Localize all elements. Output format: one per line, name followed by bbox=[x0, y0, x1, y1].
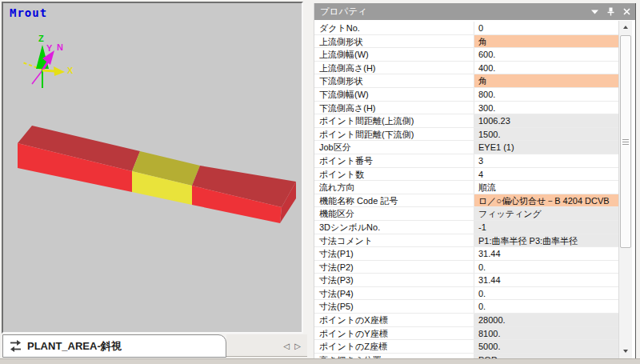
property-label: 寸法(P4) bbox=[314, 287, 474, 300]
property-row[interactable]: 機能区分 フィッティング bbox=[314, 207, 618, 221]
property-label: 上流側高さ(H) bbox=[314, 62, 474, 74]
property-label: ポイント数 bbox=[314, 168, 474, 181]
svg-text:N: N bbox=[57, 42, 63, 52]
scroll-down-button[interactable] bbox=[619, 345, 632, 358]
property-label: 寸法(P2) bbox=[314, 261, 474, 274]
property-row[interactable]: 上流側高さ(H) 400. bbox=[314, 62, 618, 75]
tab-label: PLANT_AREA-斜視 bbox=[27, 339, 122, 354]
property-label: ポイントのX座標 bbox=[314, 314, 474, 326]
duct-model[interactable] bbox=[18, 126, 296, 223]
property-value[interactable]: 300. bbox=[474, 102, 618, 114]
application-window: Z Y N X Mrout bbox=[0, 0, 640, 364]
property-value[interactable]: ロ／○偏心切合せ－B 4204 DCVB bbox=[474, 194, 618, 207]
property-value[interactable]: 31.44 bbox=[474, 247, 618, 260]
tab-scroll-right-button[interactable]: ▷ bbox=[294, 342, 301, 350]
svg-text:Z: Z bbox=[38, 34, 44, 43]
property-grid: ダクトNo. 0 上流側形状 角 上流側幅(W) 600. 上流側高さ(H) 4… bbox=[314, 21, 618, 358]
property-row[interactable]: 上流側幅(W) 600. bbox=[314, 48, 618, 62]
properties-panel: プロパティ ダクトNo. 0 上流側形状 角 bbox=[314, 3, 636, 358]
property-row[interactable]: 高さ押さえ位置 POD bbox=[314, 354, 618, 358]
pin-icon[interactable] bbox=[606, 7, 615, 16]
property-value[interactable]: POD bbox=[474, 354, 618, 358]
property-value[interactable]: 8100. bbox=[474, 327, 618, 340]
property-label: 上流側形状 bbox=[314, 35, 474, 48]
property-row[interactable]: 寸法(P4) 0. bbox=[314, 287, 618, 301]
property-value[interactable]: 0. bbox=[474, 287, 618, 300]
property-value[interactable]: 28000. bbox=[474, 314, 618, 326]
property-row[interactable]: Job区分 EYE1 (1) bbox=[314, 141, 618, 154]
property-value[interactable]: 1500. bbox=[474, 128, 618, 141]
property-value[interactable]: -1 bbox=[474, 221, 618, 234]
property-label: 寸法(P3) bbox=[314, 274, 474, 286]
property-row[interactable]: ポイント間距離(下流側) 1500. bbox=[314, 128, 618, 142]
property-label: ポイントのY座標 bbox=[314, 327, 474, 340]
scrollbar-thumb[interactable] bbox=[620, 35, 631, 248]
tab-plant-area[interactable]: PLANT_AREA-斜視 bbox=[2, 334, 226, 358]
property-value[interactable]: フィッティング bbox=[474, 207, 618, 220]
property-label: 機能名称 Code 記号 bbox=[314, 194, 474, 207]
property-row[interactable]: 機能名称 Code 記号 ロ／○偏心切合せ－B 4204 DCVB bbox=[314, 194, 618, 208]
tab-scroll-left-button[interactable]: ◁ bbox=[283, 342, 290, 350]
property-row[interactable]: 下流側高さ(H) 300. bbox=[314, 102, 618, 115]
property-label: 寸法(P1) bbox=[314, 247, 474, 260]
property-row[interactable]: 下流側形状 角 bbox=[314, 74, 618, 88]
property-value[interactable]: 0. bbox=[474, 300, 618, 313]
property-row[interactable]: ダクトNo. 0 bbox=[314, 22, 618, 35]
property-value[interactable]: 800. bbox=[474, 88, 618, 101]
viewport-route-label: Mrout bbox=[10, 6, 47, 19]
property-value[interactable]: 0. bbox=[474, 261, 618, 274]
property-value[interactable]: 600. bbox=[474, 48, 618, 61]
dropdown-arrow-icon[interactable] bbox=[591, 10, 598, 14]
swap-arrows-icon bbox=[9, 340, 22, 352]
property-row[interactable]: 寸法(P5) 0. bbox=[314, 300, 618, 314]
property-value[interactable]: 4 bbox=[474, 168, 618, 181]
property-row[interactable]: 寸法(P3) 31.44 bbox=[314, 274, 618, 287]
close-icon[interactable] bbox=[623, 8, 630, 15]
property-row[interactable]: ポイント数 4 bbox=[314, 168, 618, 182]
property-value[interactable]: 1006.23 bbox=[474, 114, 618, 127]
property-row[interactable]: 下流側幅(W) 800. bbox=[314, 88, 618, 102]
property-value[interactable]: 順流 bbox=[474, 181, 618, 194]
property-value[interactable]: 31.44 bbox=[474, 274, 618, 286]
property-value[interactable]: 角 bbox=[474, 35, 618, 48]
scroll-up-button[interactable] bbox=[619, 21, 632, 34]
property-value[interactable]: EYE1 (1) bbox=[474, 141, 618, 154]
property-label: 下流側高さ(H) bbox=[314, 102, 474, 114]
property-label: Job区分 bbox=[314, 141, 474, 154]
property-row[interactable]: 3DシンボルNo. -1 bbox=[314, 221, 618, 234]
property-row[interactable]: 上流側形状 角 bbox=[314, 35, 618, 49]
property-label: 寸法コメント bbox=[314, 234, 474, 247]
property-row[interactable]: ポイント番号 3 bbox=[314, 154, 618, 168]
property-row[interactable]: 流れ方向 順流 bbox=[314, 181, 618, 194]
property-row[interactable]: 寸法コメント P1:曲率半径 P3:曲率半径 bbox=[314, 234, 618, 248]
property-label: ポイント間距離(上流側) bbox=[314, 114, 474, 127]
property-value[interactable]: 0 bbox=[474, 22, 618, 34]
property-value[interactable]: P1:曲率半径 P3:曲率半径 bbox=[474, 234, 618, 247]
properties-header: プロパティ bbox=[314, 3, 635, 20]
panel-right-padding bbox=[632, 21, 635, 358]
property-row[interactable]: 寸法(P1) 31.44 bbox=[314, 247, 618, 261]
property-value[interactable]: 5000. bbox=[474, 340, 618, 353]
property-label: 流れ方向 bbox=[314, 181, 474, 194]
property-row[interactable]: ポイント間距離(上流側) 1006.23 bbox=[314, 114, 618, 128]
property-value[interactable]: 400. bbox=[474, 62, 618, 74]
property-row[interactable]: ポイントのY座標 8100. bbox=[314, 327, 618, 341]
property-label: 寸法(P5) bbox=[314, 300, 474, 313]
bottom-strip bbox=[0, 358, 640, 364]
3d-viewport[interactable]: Z Y N X Mrout bbox=[2, 2, 303, 334]
property-label: ポイントのZ座標 bbox=[314, 340, 474, 353]
property-row[interactable]: ポイントのX座標 28000. bbox=[314, 314, 618, 327]
properties-title: プロパティ bbox=[320, 6, 367, 18]
property-value[interactable]: 角 bbox=[474, 74, 618, 87]
property-row[interactable]: 寸法(P2) 0. bbox=[314, 261, 618, 274]
property-label: 下流側形状 bbox=[314, 74, 474, 87]
properties-scrollbar[interactable] bbox=[618, 21, 632, 358]
property-label: ダクトNo. bbox=[314, 22, 474, 34]
property-row[interactable]: ポイントのZ座標 5000. bbox=[314, 340, 618, 354]
svg-text:X: X bbox=[67, 66, 74, 75]
property-label: 機能区分 bbox=[314, 207, 474, 220]
property-value[interactable]: 3 bbox=[474, 154, 618, 167]
property-label: 下流側幅(W) bbox=[314, 88, 474, 101]
property-label: ポイント番号 bbox=[314, 154, 474, 167]
scene-canvas: Z Y N X bbox=[3, 3, 302, 332]
